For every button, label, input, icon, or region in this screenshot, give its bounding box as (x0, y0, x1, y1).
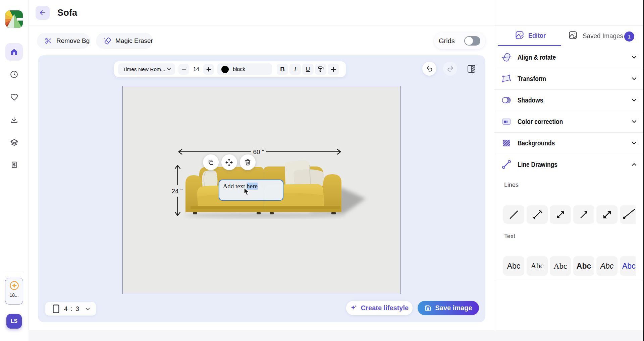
svg-text:60 ": 60 " (253, 148, 264, 155)
svg-text:24 ": 24 " (171, 188, 182, 195)
